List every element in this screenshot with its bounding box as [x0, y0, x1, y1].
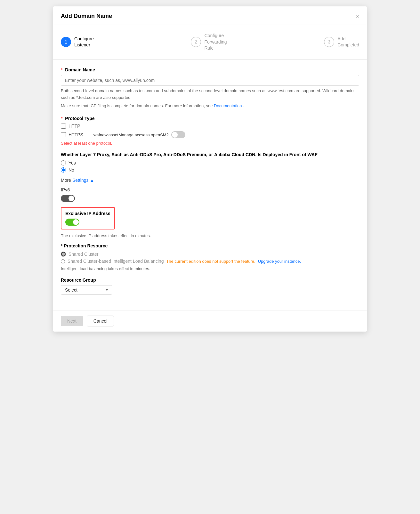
more-text: More: [61, 178, 71, 183]
step-1-label: ConfigureListener: [74, 36, 94, 48]
domain-name-input[interactable]: [61, 75, 359, 86]
shared-cluster-row: Shared Cluster: [61, 252, 359, 257]
shared-cluster-label: Shared Cluster: [69, 252, 98, 257]
step-3-label: AddCompleted: [337, 36, 359, 48]
proxy-yes-row: Yes: [61, 160, 359, 165]
step-2-circle: 2: [191, 37, 201, 47]
proxy-no-radio[interactable]: [61, 167, 66, 173]
shared-cluster-radio[interactable]: [61, 252, 66, 257]
chevron-down-icon: ▾: [106, 288, 108, 292]
resource-group-section: Resource Group Select ▾: [61, 277, 359, 295]
http-label: HTTP: [69, 124, 80, 129]
shared-intelligent-row: Shared Cluster-based Intelligent Load Ba…: [61, 259, 359, 264]
protocol-type-section: * Protocol Type HTTP HTTPS wafnew.assetM…: [61, 116, 359, 146]
ipv6-label: IPv6: [61, 187, 359, 192]
resource-group-label: Resource Group: [61, 277, 359, 283]
exclusive-ip-label: Exclusive IP Address: [65, 211, 110, 216]
ipv6-section: IPv6: [61, 187, 359, 202]
https-label: HTTPS: [69, 132, 83, 137]
exclusive-ip-toggle[interactable]: [65, 219, 79, 226]
domain-name-section: * Domain Name Both second-level domain n…: [61, 67, 359, 109]
domain-name-label: * Domain Name: [61, 67, 359, 72]
https-extra: wafnew.assetManage.accsess.openSM2: [93, 131, 185, 138]
upgrade-prefix-text: The current edition does not support the…: [166, 259, 255, 264]
step-2: 2 ConfigureForwardingRule: [191, 33, 227, 52]
collapse-icon[interactable]: ▲: [90, 178, 94, 183]
required-star: *: [61, 67, 62, 72]
step-line-2: [232, 42, 319, 42]
protection-resource-section: * Protection Resource Shared Cluster Sha…: [61, 243, 359, 271]
domain-hint-1: Both second-level domain names such as t…: [61, 88, 359, 101]
https-row: HTTPS wafnew.assetManage.accsess.openSM2: [61, 131, 359, 138]
close-button[interactable]: ×: [356, 13, 359, 19]
cancel-button[interactable]: Cancel: [87, 316, 114, 326]
exclusive-ip-wrapper: Exclusive IP Address: [61, 207, 359, 231]
https-checkbox[interactable]: [61, 132, 66, 137]
documentation-link[interactable]: Documentation: [214, 103, 242, 108]
add-domain-modal: Add Domain Name × 1 ConfigureListener 2 …: [53, 6, 367, 332]
proxy-yes-label: Yes: [69, 160, 76, 165]
resource-group-select[interactable]: Select ▾: [61, 285, 112, 295]
step-3: 3 AddCompleted: [324, 36, 359, 48]
proxy-section: Whether Layer 7 Proxy, Such as Anti-DDoS…: [61, 152, 359, 173]
proxy-no-label: No: [69, 167, 74, 173]
https-toggle[interactable]: [171, 131, 185, 138]
proxy-no-row: No: [61, 167, 359, 173]
protection-label: * Protection Resource: [61, 243, 359, 248]
shared-intelligent-radio[interactable]: [61, 259, 65, 263]
http-row: HTTP: [61, 124, 359, 129]
stepper: 1 ConfigureListener 2 ConfigureForwardin…: [53, 25, 367, 60]
shared-intelligent-label: Shared Cluster-based Intelligent Load Ba…: [68, 259, 164, 264]
upgrade-link[interactable]: Upgrade your instance.: [258, 259, 301, 264]
protocol-error: Select at least one protocol.: [61, 141, 359, 146]
protocol-type-label: * Protocol Type: [61, 116, 359, 121]
next-button[interactable]: Next: [61, 316, 83, 326]
domain-hint-2: Make sure that ICP filing is complete fo…: [61, 103, 359, 109]
step-1-circle: 1: [61, 37, 71, 47]
more-settings: More Settings ▲: [61, 178, 359, 183]
step-1: 1 ConfigureListener: [61, 36, 94, 48]
ipv6-toggle[interactable]: [61, 195, 75, 202]
modal-body: * Domain Name Both second-level domain n…: [53, 60, 367, 310]
step-2-label: ConfigureForwardingRule: [204, 33, 227, 52]
modal-title: Add Domain Name: [61, 13, 112, 20]
exclusive-ip-hint: The exclusive IP address takes effect in…: [61, 233, 359, 238]
http-checkbox[interactable]: [61, 124, 66, 129]
step-line-1: [99, 42, 186, 42]
proxy-yes-radio[interactable]: [61, 160, 66, 165]
modal-header: Add Domain Name ×: [53, 6, 367, 25]
intelligent-hint: Intelligent load balancing takes effect …: [61, 266, 359, 271]
exclusive-ip-box: Exclusive IP Address: [61, 207, 115, 229]
proxy-label: Whether Layer 7 Proxy, Such as Anti-DDoS…: [61, 152, 359, 157]
step-3-circle: 3: [324, 37, 334, 47]
modal-footer: Next Cancel: [53, 310, 367, 332]
settings-link[interactable]: Settings: [72, 178, 89, 183]
